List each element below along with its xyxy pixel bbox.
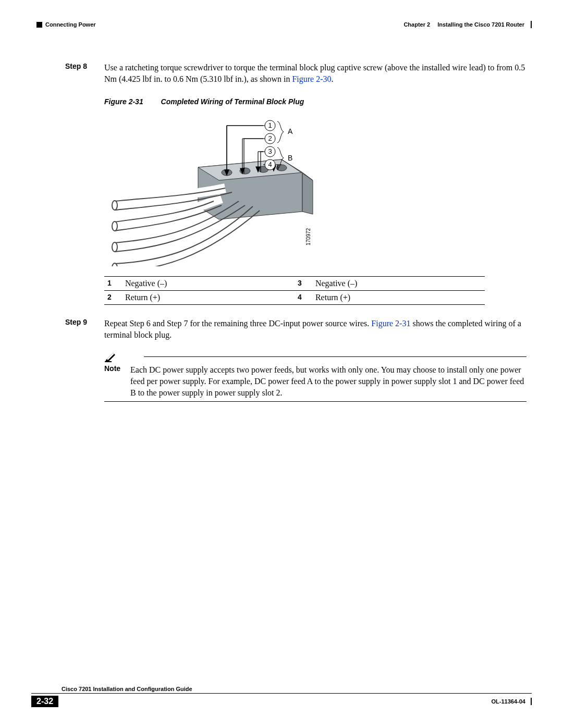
callout-4: 4 — [268, 161, 272, 168]
figure-image-id: 170972 — [305, 228, 311, 245]
callout-A: A — [288, 127, 293, 135]
callout-1: 1 — [268, 121, 272, 129]
legend-num: 2 — [104, 291, 122, 305]
step-label: Step 8 — [65, 62, 104, 70]
header-bar-icon — [531, 21, 532, 28]
legend-text: Negative (–) — [122, 277, 295, 291]
svg-point-8 — [112, 201, 117, 210]
callout-B: B — [288, 154, 292, 162]
legend-table: 1 Negative (–) 3 Negative (–) 2 Return (… — [104, 276, 485, 305]
page-header: Connecting Power Chapter 2 Installing th… — [36, 21, 532, 28]
step-text: Repeat Step 6 and Step 7 for the remaini… — [104, 318, 527, 340]
step-9: Step 9 Repeat Step 6 and Step 7 for the … — [36, 318, 532, 340]
callout-3: 3 — [268, 147, 272, 155]
chapter-title: Installing the Cisco 7201 Router — [437, 21, 524, 28]
svg-point-10 — [112, 242, 117, 252]
note-text: Each DC power supply accepts two power f… — [130, 364, 527, 398]
table-row: 2 Return (+) 4 Return (+) — [104, 291, 485, 305]
doc-number: OL-11364-04 — [492, 698, 525, 705]
chapter-label: Chapter 2 — [403, 21, 430, 28]
figure-title: Completed Wiring of Terminal Block Plug — [161, 97, 304, 106]
svg-marker-6 — [302, 172, 313, 214]
legend-text: Negative (–) — [312, 277, 485, 291]
step-label: Step 9 — [65, 318, 104, 326]
step-8: Step 8 Use a ratcheting torque screwdriv… — [36, 62, 532, 84]
svg-point-11 — [112, 263, 117, 266]
footer-guide-title: Cisco 7201 Installation and Configuratio… — [31, 686, 532, 694]
legend-text: Return (+) — [122, 291, 295, 305]
header-chapter: Chapter 2 Installing the Cisco 7201 Rout… — [403, 21, 524, 28]
legend-num: 1 — [104, 277, 122, 291]
footer-bar-icon — [531, 698, 532, 705]
step8-text-after: . — [332, 75, 334, 83]
callout-2: 2 — [268, 134, 272, 142]
header-section: Connecting Power — [45, 21, 96, 28]
figure-2-31-link[interactable]: Figure 2-31 — [371, 319, 410, 328]
legend-num: 3 — [295, 277, 312, 291]
step-text: Use a ratcheting torque screwdriver to t… — [104, 62, 527, 84]
page-number-badge: 2-32 — [31, 696, 58, 707]
step9-text-before: Repeat Step 6 and Step 7 for the remaini… — [104, 319, 371, 328]
figure-illustration: 1 2 3 4 A B 170972 — [104, 110, 532, 268]
figure-2-30-link[interactable]: Figure 2-30 — [292, 75, 331, 83]
legend-text: Return (+) — [312, 291, 485, 305]
page-footer: Cisco 7201 Installation and Configuratio… — [31, 686, 532, 707]
legend-num: 4 — [295, 291, 312, 305]
note-block: Note Each DC power supply accepts two po… — [104, 351, 527, 402]
figure-caption: Figure 2-31 Completed Wiring of Terminal… — [104, 97, 532, 106]
svg-point-9 — [112, 221, 117, 231]
table-row: 1 Negative (–) 3 Negative (–) — [104, 277, 485, 291]
figure-number: Figure 2-31 — [104, 97, 143, 106]
note-pencil-icon — [104, 351, 118, 362]
header-square-icon — [36, 22, 42, 28]
note-label: Note — [104, 364, 130, 373]
